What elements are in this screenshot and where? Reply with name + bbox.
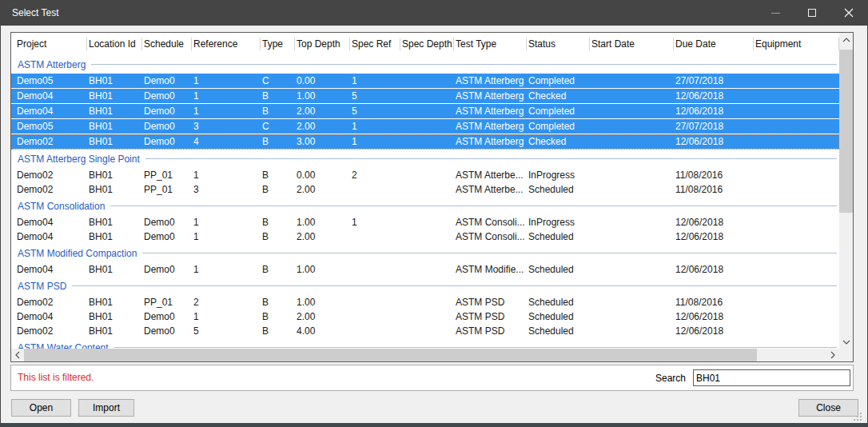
cell-top-depth: 4.00 (295, 324, 350, 338)
title-bar[interactable]: Select Test (1, 0, 867, 26)
column-header-start-date[interactable]: Start Date (590, 33, 674, 55)
import-button[interactable]: Import (78, 399, 134, 417)
cell-top-depth: 1.00 (295, 215, 350, 229)
cell-schedule: Demo0 (142, 134, 192, 150)
cell-due-date: 12/06/2018 (674, 262, 754, 277)
scroll-up-button[interactable] (839, 33, 853, 46)
column-header-location-id[interactable]: Location Id (87, 33, 142, 55)
vertical-scrollbar-thumb[interactable] (839, 50, 853, 213)
cell-location-id: BH01 (87, 89, 142, 104)
cell-due-date: 11/08/2016 (674, 295, 754, 309)
cell-equipment (754, 262, 839, 277)
cell-project: Demo05 (11, 74, 87, 89)
column-header-reference[interactable]: Reference (192, 33, 261, 55)
cell-test-type: ASTM PSD (454, 324, 527, 338)
cell-equipment (754, 182, 839, 197)
group-row[interactable]: ASTM Consolidation (11, 197, 839, 215)
cell-type: B (261, 182, 295, 197)
column-header-top-depth[interactable]: Top Depth (295, 33, 350, 55)
table-row[interactable]: Demo04BH01Demo01B1.005ASTM AtterbergChec… (11, 89, 839, 104)
scroll-left-button[interactable] (11, 349, 24, 361)
group-row[interactable]: ASTM Modified Compaction (11, 244, 839, 262)
cell-status: InProgress (527, 168, 590, 182)
resize-grip[interactable] (854, 413, 862, 421)
table-row[interactable]: Demo02BH01PP_012B1.00ASTM PSDScheduled11… (11, 295, 839, 309)
table-row[interactable]: Demo04BH01Demo01B1.00ASTM Modifie...Sche… (11, 262, 839, 277)
cell-type: B (261, 309, 295, 324)
column-header-type[interactable]: Type (261, 33, 295, 55)
cell-spec-ref: 1 (350, 134, 400, 150)
cell-type: C (261, 119, 295, 134)
group-label: ASTM Atterberg (18, 58, 86, 72)
grid-header-row: Project Location Id Schedule Reference T… (11, 33, 839, 55)
column-header-equipment[interactable]: Equipment (754, 33, 839, 55)
cell-spec-depth (400, 168, 454, 182)
column-header-spec-depth[interactable]: Spec Depth (400, 33, 454, 55)
column-header-due-date[interactable]: Due Date (674, 33, 754, 55)
cell-project: Demo04 (11, 104, 87, 119)
cell-schedule: PP_01 (142, 295, 192, 309)
cell-equipment (754, 295, 839, 309)
table-row[interactable]: Demo04BH01Demo01B1.001ASTM Consoli...InP… (11, 215, 839, 229)
column-header-spec-ref[interactable]: Spec Ref (350, 33, 400, 55)
vertical-scrollbar[interactable] (839, 33, 853, 349)
cell-spec-ref: 2 (350, 168, 400, 182)
cell-due-date: 12/06/2018 (674, 309, 754, 324)
group-row[interactable]: ASTM Water Content (11, 338, 839, 349)
table-row[interactable]: Demo04BH01Demo01B2.00ASTM PSDScheduled12… (11, 309, 839, 324)
horizontal-scrollbar-thumb[interactable] (24, 349, 757, 361)
group-row[interactable]: ASTM Atterberg Single Point (11, 150, 839, 169)
cell-status: InProgress (527, 215, 590, 229)
column-header-test-type[interactable]: Test Type (454, 33, 527, 55)
table-row[interactable]: Demo02BH01PP_013B2.00ASTM Atterbe...Sche… (11, 182, 839, 197)
horizontal-scrollbar[interactable] (11, 349, 839, 361)
cell-reference: 1 (192, 104, 261, 119)
cell-equipment (754, 324, 839, 338)
cell-project: Demo02 (11, 134, 87, 150)
scroll-right-button[interactable] (826, 349, 839, 361)
cell-top-depth: 3.00 (295, 134, 350, 150)
open-button[interactable]: Open (11, 399, 71, 417)
table-row[interactable]: Demo02BH01Demo05B4.00ASTM PSDScheduled12… (11, 324, 839, 338)
column-header-project[interactable]: Project (11, 33, 87, 55)
cell-location-id: BH01 (87, 262, 142, 277)
cell-start-date (590, 104, 674, 119)
window-title: Select Test (1, 7, 757, 18)
cell-spec-ref (350, 309, 400, 324)
test-grid: Project Location Id Schedule Reference T… (10, 32, 854, 362)
table-row[interactable]: Demo05BH01Demo01C0.001ASTM AtterbergComp… (11, 74, 839, 89)
close-button[interactable]: Close (798, 399, 858, 417)
grid-body-table: ASTM AtterbergDemo05BH01Demo01C0.001ASTM… (11, 55, 839, 349)
cell-start-date (590, 134, 674, 150)
table-row[interactable]: Demo05BH01Demo03C2.001ASTM AtterbergComp… (11, 119, 839, 134)
column-header-status[interactable]: Status (527, 33, 590, 55)
cell-location-id: BH01 (87, 309, 142, 324)
close-window-button[interactable] (830, 0, 867, 26)
table-row[interactable]: Demo02BH01Demo04B3.001ASTM AtterbergChec… (11, 134, 839, 150)
search-input[interactable] (693, 369, 850, 386)
cell-spec-ref (350, 262, 400, 277)
cell-status: Checked (527, 89, 590, 104)
table-row[interactable]: Demo04BH01Demo01B2.005ASTM AtterbergComp… (11, 104, 839, 119)
cell-spec-ref (350, 229, 400, 244)
minimize-icon (771, 13, 780, 14)
chevron-left-icon (15, 351, 20, 359)
cell-start-date (590, 262, 674, 277)
scroll-down-button[interactable] (839, 335, 853, 349)
cell-top-depth: 2.00 (295, 182, 350, 197)
column-header-schedule[interactable]: Schedule (142, 33, 192, 55)
group-row[interactable]: ASTM Atterberg (11, 55, 839, 74)
cell-equipment (754, 74, 839, 89)
table-row[interactable]: Demo02BH01PP_011B0.002ASTM Atterbe...InP… (11, 168, 839, 182)
cell-equipment (754, 309, 839, 324)
cell-start-date (590, 215, 674, 229)
cell-location-id: BH01 (87, 119, 142, 134)
minimize-button[interactable] (757, 0, 794, 26)
cell-type: B (261, 324, 295, 338)
cell-status: Scheduled (527, 324, 590, 338)
cell-equipment (754, 89, 839, 104)
cell-project: Demo04 (11, 215, 87, 229)
table-row[interactable]: Demo04BH01Demo01B2.00ASTM Consoli...Sche… (11, 229, 839, 244)
group-row[interactable]: ASTM PSD (11, 277, 839, 295)
maximize-button[interactable] (794, 0, 830, 26)
